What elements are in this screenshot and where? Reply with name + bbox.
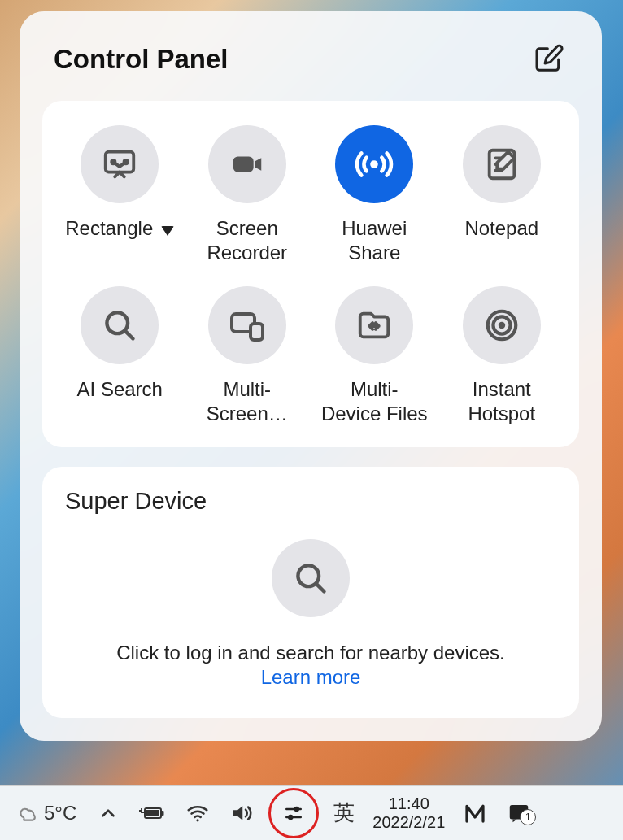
notifications-button[interactable] — [497, 786, 541, 840]
super-device-title: Super Device — [65, 488, 556, 515]
tile-label: Screen Recorder — [207, 216, 287, 265]
sliders-icon — [281, 801, 306, 825]
svg-rect-3 — [233, 156, 254, 172]
battery-charging-icon[interactable] — [129, 786, 176, 840]
clock[interactable]: 11:40 2022/2/21 — [364, 786, 453, 840]
screen-recorder-icon — [208, 125, 286, 203]
clock-time: 11:40 — [389, 794, 429, 813]
tile-ai-search[interactable]: AI Search — [59, 286, 181, 426]
tile-multi-device-files[interactable]: Multi- Device Files — [313, 286, 436, 426]
highlight-ring — [268, 788, 319, 838]
tile-label: Instant Hotspot — [468, 377, 535, 426]
svg-point-4 — [370, 160, 378, 168]
app-tray-icon[interactable] — [453, 786, 497, 840]
edit-button[interactable] — [530, 41, 568, 78]
ime-indicator[interactable]: 英 — [324, 786, 364, 840]
notification-icon — [507, 801, 531, 825]
clock-date: 2022/2/21 — [372, 813, 445, 832]
super-device-prompt: Click to log in and search for nearby de… — [116, 642, 505, 664]
edit-icon — [533, 43, 565, 76]
taskbar: 5°C — [0, 785, 623, 840]
search-icon — [293, 560, 329, 596]
tile-label: Notepad — [464, 216, 538, 241]
hotspot-icon — [463, 286, 541, 364]
panel-title: Control Panel — [54, 44, 229, 75]
tile-label: Multi- Screen… — [207, 377, 288, 426]
screenshot-icon — [81, 125, 159, 203]
super-device-card: Super Device Click to log in and search … — [42, 467, 579, 718]
volume-icon[interactable] — [220, 786, 264, 840]
learn-more-link[interactable]: Learn more — [261, 666, 361, 689]
chevron-up-icon — [98, 803, 119, 824]
multi-device-files-icon — [335, 286, 413, 364]
tile-rectangle[interactable]: Rectangle — [59, 125, 181, 265]
panel-header: Control Panel — [42, 34, 579, 81]
super-device-body: Click to log in and search for nearby de… — [65, 539, 556, 689]
svg-rect-20 — [285, 816, 302, 818]
svg-point-1 — [111, 160, 115, 163]
quick-tiles-grid: Rectangle Screen Recorder — [59, 125, 563, 426]
svg-point-2 — [124, 160, 128, 163]
svg-rect-15 — [146, 810, 159, 816]
svg-point-16 — [197, 819, 199, 821]
notepad-icon — [463, 125, 541, 203]
tile-huawei-share[interactable]: Huawei Share — [313, 125, 436, 265]
tile-label: Huawei Share — [342, 216, 407, 265]
chevron-down-icon — [161, 226, 174, 236]
battery-icon — [138, 803, 166, 823]
wifi-icon[interactable] — [176, 786, 220, 840]
svg-rect-18 — [285, 807, 302, 810]
svg-rect-14 — [162, 811, 164, 816]
wifi-icon — [185, 801, 210, 825]
weather-icon — [18, 803, 39, 824]
huawei-share-icon — [335, 125, 413, 203]
svg-rect-0 — [106, 152, 134, 172]
control-panel: Control Panel — [20, 11, 602, 741]
tray-overflow-button[interactable] — [88, 786, 129, 840]
m-logo-icon — [463, 801, 487, 825]
tile-label: Rectangle — [65, 216, 174, 241]
control-panel-tray-button[interactable] — [264, 786, 324, 840]
super-device-search-button[interactable] — [272, 539, 350, 617]
tile-multi-screen[interactable]: Multi- Screen… — [186, 286, 309, 426]
svg-rect-21 — [510, 805, 529, 820]
multi-screen-icon — [208, 286, 286, 364]
quick-tiles-card: Rectangle Screen Recorder — [42, 101, 579, 447]
svg-rect-8 — [251, 324, 263, 340]
tile-label: Multi- Device Files — [321, 377, 428, 426]
weather-widget[interactable]: 5°C — [8, 786, 86, 840]
tile-notepad[interactable]: Notepad — [441, 125, 564, 265]
svg-point-9 — [499, 322, 505, 329]
search-icon — [81, 286, 159, 364]
tile-instant-hotspot[interactable]: Instant Hotspot — [441, 286, 564, 426]
speaker-icon — [229, 801, 254, 825]
tile-screen-recorder[interactable]: Screen Recorder — [186, 125, 309, 265]
tile-label: AI Search — [77, 377, 163, 402]
